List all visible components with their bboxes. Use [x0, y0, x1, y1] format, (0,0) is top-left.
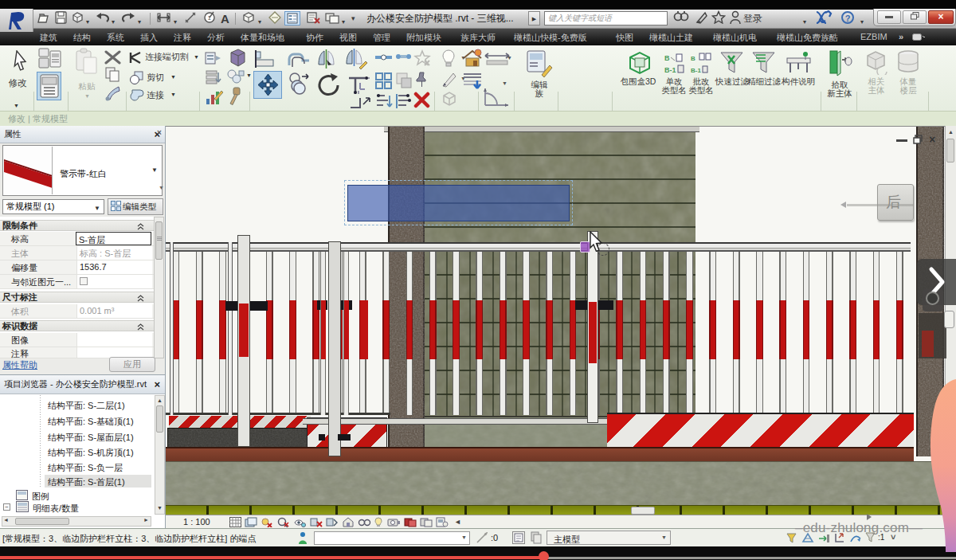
svg-text:1: 1 — [208, 14, 212, 22]
svg-text:B-1: B-1 — [664, 66, 676, 74]
svg-text:B-1: B-1 — [691, 67, 701, 74]
svg-text:B: B — [664, 54, 670, 62]
svg-text:B: B — [691, 55, 695, 62]
